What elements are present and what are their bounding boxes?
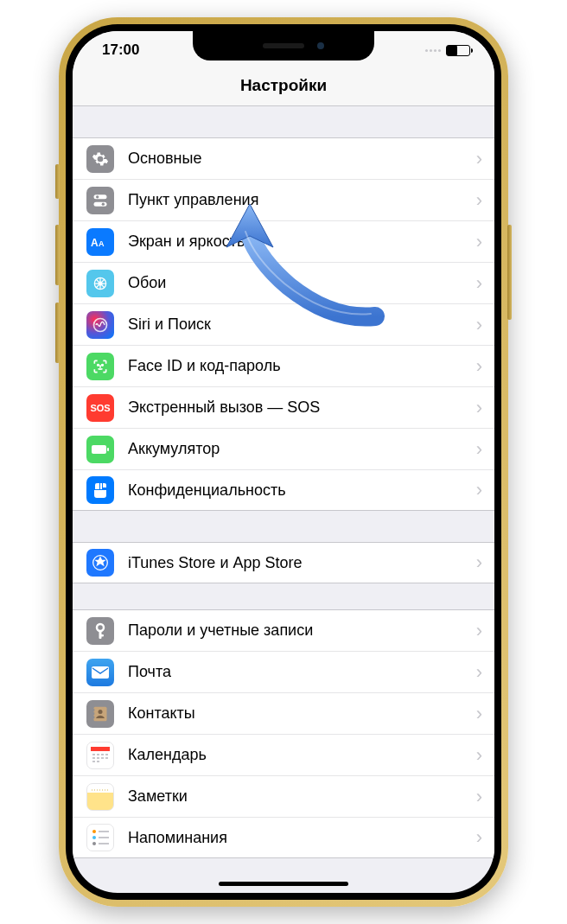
volume-down-button [55, 303, 60, 363]
row-label: Контакты [128, 704, 471, 723]
svg-rect-23 [91, 747, 110, 751]
settings-row-display[interactable]: AAЭкран и яркость› [73, 220, 494, 262]
svg-rect-1 [94, 201, 107, 206]
svg-rect-31 [105, 757, 108, 759]
settings-row-contacts[interactable]: Контакты› [73, 692, 494, 734]
settings-row-faceid[interactable]: Face ID и код-пароль› [73, 345, 494, 386]
svg-rect-0 [94, 194, 107, 199]
svg-point-14 [97, 624, 104, 631]
svg-rect-30 [101, 757, 104, 759]
chevron-right-icon: › [471, 703, 494, 725]
wallpaper-icon [86, 270, 114, 297]
settings-row-reminders[interactable]: Напоминания› [73, 817, 494, 858]
row-label: Аккумулятор [128, 440, 471, 458]
settings-row-battery[interactable]: Аккумулятор› [73, 428, 494, 469]
settings-row-notes[interactable]: Заметки› [73, 775, 494, 817]
faceid-icon [86, 353, 114, 380]
side-button [507, 225, 512, 320]
chevron-right-icon: › [471, 231, 494, 253]
page-dots-icon [425, 49, 441, 52]
svg-rect-32 [92, 761, 95, 762]
chevron-right-icon: › [471, 620, 494, 642]
mail-icon [86, 659, 114, 686]
settings-row-general[interactable]: Основные› [73, 137, 494, 179]
chevron-right-icon: › [471, 272, 494, 295]
contacts-icon [86, 700, 114, 728]
chevron-right-icon: › [471, 148, 494, 170]
svg-point-36 [92, 836, 96, 839]
row-label: Экран и яркость [128, 233, 471, 251]
status-time: 17:00 [102, 41, 139, 59]
hand-icon [86, 476, 114, 504]
svg-rect-24 [92, 754, 95, 755]
chevron-right-icon: › [471, 397, 494, 419]
svg-text:A: A [99, 239, 105, 248]
notch [193, 31, 374, 61]
display-icon: AA [86, 228, 114, 256]
chevron-right-icon: › [471, 826, 494, 849]
chevron-right-icon: › [471, 661, 494, 684]
svg-point-2 [96, 195, 99, 198]
row-label: Пароли и учетные записи [128, 621, 471, 640]
row-label: Основные [128, 150, 471, 168]
status-right [425, 45, 470, 56]
chevron-right-icon: › [471, 786, 494, 808]
calendar-icon [86, 742, 114, 769]
chevron-right-icon: › [471, 551, 494, 574]
toggles-icon [86, 187, 114, 214]
svg-rect-12 [107, 448, 109, 451]
row-label: Календарь [128, 746, 471, 764]
svg-rect-26 [101, 754, 104, 755]
row-label: iTunes Store и App Store [128, 554, 471, 572]
notes-icon [86, 783, 114, 811]
row-label: Заметки [128, 787, 471, 806]
settings-row-siri[interactable]: Siri и Поиск› [73, 303, 494, 345]
settings-row-mail[interactable]: Почта› [73, 651, 494, 692]
settings-row-wallpaper[interactable]: Обои› [73, 262, 494, 303]
page-title: Настройки [73, 76, 494, 95]
chevron-right-icon: › [471, 438, 494, 461]
svg-point-9 [98, 364, 99, 366]
settings-row-sos[interactable]: SOSЭкстренный вызов — SOS› [73, 386, 494, 428]
settings-row-itunes[interactable]: iTunes Store и App Store› [73, 542, 494, 583]
battery-icon [86, 436, 114, 463]
sos-icon: SOS [86, 394, 114, 422]
row-label: Пункт управления [128, 191, 471, 209]
volume-up-button [55, 225, 60, 285]
svg-rect-21 [93, 712, 95, 715]
appstore-icon [86, 549, 114, 577]
key-icon [86, 617, 114, 645]
svg-rect-11 [92, 445, 106, 454]
settings-list[interactable]: Основные›Пункт управления›AAЭкран и ярко… [73, 106, 494, 893]
settings-row-control[interactable]: Пункт управления› [73, 179, 494, 220]
svg-rect-27 [105, 754, 108, 755]
row-label: Конфиденциальность [128, 481, 471, 500]
settings-row-calendar[interactable]: Календарь› [73, 734, 494, 775]
row-label: Экстренный вызов — SOS [128, 398, 471, 417]
svg-rect-25 [97, 754, 99, 755]
settings-row-privacy[interactable]: Конфиденциальность› [73, 469, 494, 511]
svg-point-19 [99, 710, 103, 714]
svg-rect-16 [100, 634, 104, 637]
mute-switch [55, 164, 60, 199]
siri-icon [86, 311, 114, 339]
svg-point-35 [92, 830, 96, 833]
chevron-right-icon: › [471, 189, 494, 212]
reminders-icon [86, 824, 114, 851]
settings-row-passwords[interactable]: Пароли и учетные записи› [73, 609, 494, 651]
nav-header: Настройки [73, 69, 494, 106]
row-label: Face ID и код-пароль [128, 357, 471, 375]
gear-icon [86, 145, 114, 173]
chevron-right-icon: › [471, 355, 494, 378]
svg-text:A: A [91, 237, 99, 248]
svg-point-10 [102, 364, 104, 366]
row-label: Напоминания [128, 829, 471, 847]
phone-frame: 17:00 Настройки Основные›Пункт управлени… [59, 17, 508, 907]
battery-icon [446, 45, 470, 56]
svg-rect-17 [92, 666, 109, 679]
chevron-right-icon: › [471, 479, 494, 501]
svg-point-3 [102, 202, 105, 205]
home-indicator[interactable] [219, 882, 348, 886]
svg-point-37 [92, 842, 96, 845]
svg-rect-28 [92, 757, 95, 759]
